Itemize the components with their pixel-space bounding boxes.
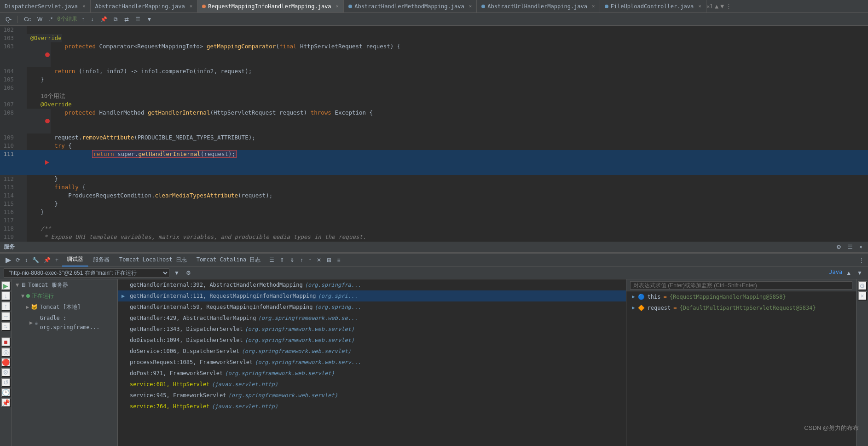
line-num-116: 116 [0,208,17,216]
log-pin-button[interactable]: ↑ [307,256,313,264]
tab-close-icon[interactable]: × [82,3,86,9]
panel-settings-button[interactable]: ⚙ [858,281,867,290]
tab-close-icon[interactable]: × [469,3,472,9]
line-num-109: 109 [0,133,17,142]
tab-tomcat-catalina[interactable]: Tomcat Catalina 日志 [192,254,266,266]
service-options-button[interactable]: ☰ [846,243,855,251]
next-result-button[interactable]: ↓ [89,15,96,23]
log-table-button[interactable]: ⊞ [325,256,333,264]
tab-close-icon[interactable]: × [190,3,193,9]
debug-history-button[interactable]: 🕐 [1,388,11,397]
tab-close-icon[interactable]: × [698,3,701,9]
thread-filter-button[interactable]: ▼ [172,269,181,277]
thread-selector[interactable]: "http-nio-8080-exec-3"@2,651 在道"main": 正… [4,268,169,278]
debug-stop-side-button[interactable]: ■ [1,337,11,347]
debug-refresh-button[interactable]: ↺ [1,378,11,387]
tab-close-icon[interactable]: × [336,3,339,9]
code-line-106: 106 [0,84,868,92]
tab-abstracthandlermapping[interactable]: AbstractHandlerMapping.java × [91,0,198,13]
code-body-119: * Expose URI template variables, matrix … [27,233,366,241]
tab-server[interactable]: 服务器 [88,254,115,266]
stack-frame-11[interactable]: service:764, HttpServlet (javax.servlet.… [118,401,626,412]
filter-button[interactable]: ▼ [145,15,154,23]
gutter-108 [17,109,51,133]
stack-frame-5[interactable]: doDispatch:1094, DispatcherServlet (org.… [118,335,626,346]
debug-pin-button[interactable]: 📌 [42,256,52,264]
case-sensitive-button[interactable]: Cc [22,15,33,23]
stack-frame-6[interactable]: doService:1006, DispatcherServlet (org.s… [118,346,626,357]
tab-fileuploadcontroller[interactable]: FileUploadController.java × [600,0,706,13]
debug-mute-button[interactable]: ◎ [1,348,11,357]
copy-button[interactable]: ⧉ [112,15,120,23]
variable-this[interactable]: ▶ 🔵 this = {RequestMappingHandlerMapping… [626,291,856,302]
debug-step-out-button[interactable]: ↑ [1,301,11,311]
debug-resume-button[interactable]: ▶ [4,255,13,265]
service-close-button[interactable]: × [857,243,864,251]
panel-collapse-button[interactable]: ⋮ [857,256,866,264]
expression-input[interactable] [630,281,852,290]
stack-frame-0[interactable]: getHandlerInternal:392, AbstractHandlerM… [118,279,626,290]
debug-filter-button[interactable]: 🔧 [30,256,41,264]
thread-settings-button[interactable]: ⚙ [184,269,193,277]
debug-step-over-button[interactable]: ⟳ [14,256,22,264]
log-clear-button[interactable]: ↑ [298,256,305,264]
stack-frame-2[interactable]: getHandlerInternal:59, RequestMappingInf… [118,301,626,313]
tree-item-tomcat-local[interactable]: ▶ 🐱 Tomcat [本地] [12,301,117,313]
collapse-icon[interactable]: ▼ [720,3,724,10]
stack-class-label: (org.springframework.web.servlet) [228,391,338,400]
variable-request[interactable]: ▶ 🔶 request = {DefaultMultipartHttpServl… [626,302,856,313]
gutter-109 [17,133,27,142]
regex-button[interactable]: .* [47,15,54,23]
log-scroll-up-button[interactable]: ⇑ [278,256,286,264]
debug-resume-side-button[interactable]: ▶ [1,281,11,290]
stack-frame-3[interactable]: getHandler:429, AbstractHandlerMapping (… [118,313,626,324]
align-button[interactable]: ☰ [133,15,142,23]
tree-item-running[interactable]: ▼ 正在运行 [12,290,117,301]
tab-tomcat-localhost[interactable]: Tomcat Localhost 日志 [115,254,192,266]
prev-result-button[interactable]: ↑ [80,15,87,23]
expand-icon[interactable]: ▲ [715,3,718,10]
stack-frame-8[interactable]: doPost:971, FrameworkServlet (org.spring… [118,368,626,379]
stack-frame-7[interactable]: processRequest:1085, FrameworkServlet (o… [118,357,626,368]
replace-button[interactable]: ⇄ [122,15,131,23]
stack-frame-9[interactable]: service:681, HttpServlet (javax.servlet.… [118,379,626,390]
search-result-count: 0个结果 [57,15,77,23]
pin-button[interactable]: 📌 [98,15,109,23]
service-settings-button[interactable]: ⚙ [834,243,843,251]
stack-class-label: (org.springframework.web.servlet) [225,369,334,378]
code-line-103: 103 @Override [0,34,868,42]
java-nav-up[interactable]: ▲ [844,269,853,277]
tab-dispatcherservlet[interactable]: DispatcherServlet.java × [0,0,91,13]
debug-add-button[interactable]: + [53,256,60,264]
tree-item-gradle[interactable]: ▶ ☕ Gradle : org.springframe... [12,313,117,333]
debug-pin2-button[interactable]: 📌 [1,398,11,407]
debug-breakpoints-button[interactable]: 🔴 [1,358,11,367]
navigate-back-button[interactable]: Q- [4,15,13,23]
tab-requestmappinginfo[interactable]: RequestMappingInfoHandlerMapping.java × [197,0,344,13]
log-filter-button[interactable]: ☰ [267,256,276,264]
debug-stop-button[interactable]: ↕ [23,256,29,264]
stack-frame-4[interactable]: getHandler:1343, DispatcherServlet (org.… [118,324,626,335]
var-val-request: {DefaultMultipartHttpServletRequest@5834… [679,303,816,313]
stack-class-label: (org.springframework.web.servlet) [245,336,354,345]
gutter-111 [17,150,50,175]
tab-close-icon[interactable]: × [592,3,595,9]
panel-close-button[interactable]: × [858,291,867,301]
word-button[interactable]: W [35,15,44,23]
tab-abstracthandlermethodmapping[interactable]: AbstractHandlerMethodMapping.java × [344,0,477,13]
tab-debugger[interactable]: 调试器 [62,254,88,266]
tab-abstracturlhandlermapping[interactable]: AbstractUrlHandlerMapping.java × [477,0,600,13]
debug-settings2-button[interactable]: ⚙ [1,368,11,377]
java-nav-down[interactable]: ▼ [855,269,864,277]
breakpoint-103 [45,52,50,57]
stack-frame-10[interactable]: service:945, FrameworkServlet (org.sprin… [118,390,626,401]
debug-evaluate-button[interactable]: ≈ [1,322,11,331]
log-x-button[interactable]: ✕ [315,256,323,264]
debug-run-to-cursor-button[interactable]: → [1,312,11,321]
tree-item-tomcat-server[interactable]: ▼ 🖥 Tomcat 服务器 [12,279,117,290]
settings-icon[interactable]: ⋮ [726,3,732,10]
stack-frame-1[interactable]: ▶ getHandlerInternal:111, RequestMapping… [118,290,626,301]
debug-step-into-button[interactable]: ↓ [1,291,11,301]
log-scroll-down-button[interactable]: ⇓ [288,256,296,264]
log-settings-button[interactable]: ≡ [335,256,342,264]
